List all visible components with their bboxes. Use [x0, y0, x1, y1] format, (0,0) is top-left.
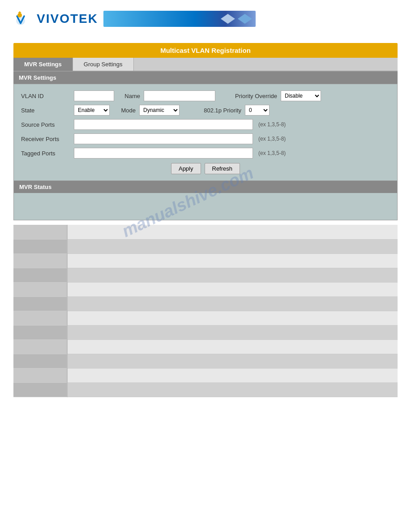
tab-bar: MVR Settings Group Settings: [13, 58, 398, 72]
table-row: [13, 282, 398, 296]
page-title: Multicast VLAN Registration: [13, 43, 398, 58]
mode-label: Mode: [113, 107, 136, 114]
table-row: [13, 311, 398, 325]
vivotek-logo-icon: [13, 8, 35, 30]
vlan-id-input[interactable]: [74, 90, 114, 101]
refresh-button[interactable]: Refresh: [205, 163, 240, 174]
table-row: [13, 253, 398, 268]
priority-override-select[interactable]: Disable Enable: [281, 90, 321, 101]
table-cell-col2: [67, 282, 398, 296]
table-row: [13, 368, 398, 382]
apply-button[interactable]: Apply: [171, 163, 201, 174]
mvr-settings-form: VLAN ID Name Priority Override Disable E…: [13, 84, 398, 181]
logo-bar: [103, 11, 256, 27]
table-cell-col2: [67, 368, 398, 382]
table-row: [13, 225, 398, 239]
table-cell-col2: [67, 268, 398, 282]
receiver-ports-input[interactable]: [74, 133, 253, 144]
logo-text: VIVOTEK: [37, 12, 98, 26]
svg-point-1: [17, 13, 22, 17]
logo-bar-diamond: [221, 14, 235, 24]
tagged-ports-label: Tagged Ports: [21, 150, 70, 157]
table-cell-col1: [13, 382, 67, 397]
table-cell-col1: [13, 239, 67, 253]
table-cell-col1: [13, 311, 67, 325]
main-container: Multicast VLAN Registration MVR Settings…: [13, 43, 398, 397]
table-cell-col1: [13, 268, 67, 282]
table-row: [13, 325, 398, 339]
table-cell-col2: [67, 354, 398, 368]
receiver-ports-label: Receiver Ports: [21, 136, 70, 142]
source-ports-label: Source Ports: [21, 121, 70, 128]
form-row-tagged-ports: Tagged Ports (ex 1,3,5-8): [21, 148, 390, 159]
table-cell-col2: [67, 296, 398, 311]
table-row: [13, 354, 398, 368]
tagged-ports-hint: (ex 1,3,5-8): [258, 150, 286, 156]
priority-override-label: Priority Override: [219, 93, 277, 99]
mvr-settings-section: MVR Settings VLAN ID Name Priority Overr…: [13, 72, 398, 181]
table-cell-col1: [13, 282, 67, 296]
mvr-status-content: [14, 193, 397, 220]
table-row: [13, 239, 398, 253]
name-input[interactable]: [144, 90, 215, 101]
table-cell-col2: [67, 225, 398, 239]
logo-bar-diamond2: [238, 14, 252, 24]
tab-mvr-settings[interactable]: MVR Settings: [13, 58, 73, 71]
table-row: [13, 382, 398, 397]
state-label: State: [21, 107, 70, 114]
priority-802-select[interactable]: 0 1 2 3 4 5 6 7: [245, 105, 270, 116]
table-cell-col1: [13, 253, 67, 268]
table-cell-col2: [67, 382, 398, 397]
table-cell-col2: [67, 239, 398, 253]
receiver-ports-hint: (ex 1,3,5-8): [258, 136, 286, 142]
button-row: Apply Refresh: [21, 163, 390, 174]
source-ports-input[interactable]: [74, 119, 253, 130]
header: VIVOTEK: [0, 0, 411, 34]
form-row-vlan: VLAN ID Name Priority Override Disable E…: [21, 90, 390, 101]
table-cell-col1: [13, 225, 67, 239]
form-row-receiver-ports: Receiver Ports (ex 1,3,5-8): [21, 133, 390, 144]
table-cell-col2: [67, 339, 398, 354]
vlan-id-label: VLAN ID: [21, 93, 70, 99]
mode-select[interactable]: Dynamic Compatible: [139, 105, 180, 116]
mvr-status-section: MVR Status: [13, 181, 398, 220]
tab-group-settings[interactable]: Group Settings: [73, 58, 134, 71]
name-label: Name: [118, 93, 140, 99]
table-cell-col1: [13, 325, 67, 339]
table-row: [13, 296, 398, 311]
dot802-priority-label: 802.1p Priority: [183, 107, 241, 114]
table-cell-col2: [67, 253, 398, 268]
table-cell-col2: [67, 325, 398, 339]
table-row: [13, 268, 398, 282]
mvr-status-header: MVR Status: [14, 181, 397, 193]
table-cell-col1: [13, 368, 67, 382]
logo-area: VIVOTEK: [13, 8, 256, 30]
table-cell-col1: [13, 354, 67, 368]
table-cell-col1: [13, 339, 67, 354]
tagged-ports-input[interactable]: [74, 148, 253, 159]
form-row-state: State Enable Disable Mode Dynamic Compat…: [21, 105, 390, 116]
table-cell-col1: [13, 296, 67, 311]
table-row: [13, 339, 398, 354]
source-ports-hint: (ex 1,3,5-8): [258, 121, 286, 128]
state-select[interactable]: Enable Disable: [74, 105, 110, 116]
form-row-source-ports: Source Ports (ex 1,3,5-8): [21, 119, 390, 130]
table-cell-col2: [67, 311, 398, 325]
mvr-settings-header: MVR Settings: [13, 72, 398, 84]
status-data-table: [13, 225, 398, 397]
